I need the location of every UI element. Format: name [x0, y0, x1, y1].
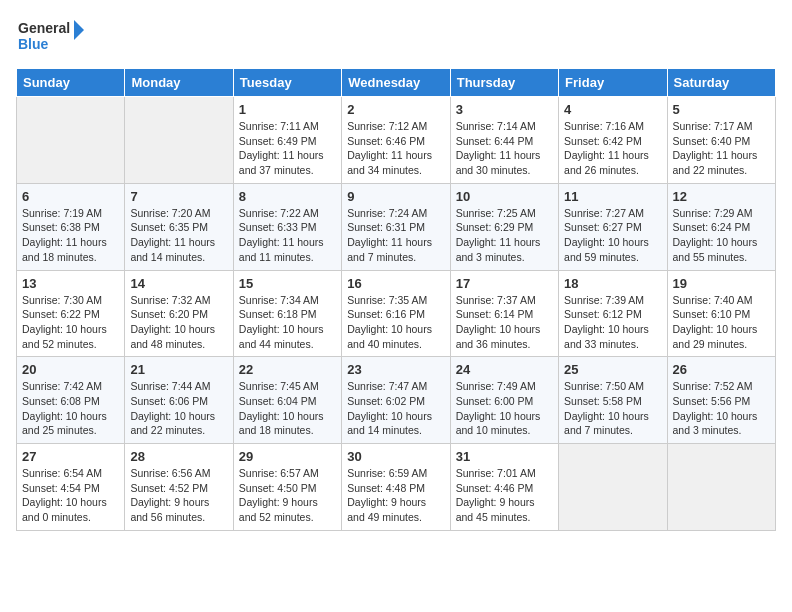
day-number: 5 — [673, 102, 770, 117]
day-number: 22 — [239, 362, 336, 377]
day-info: Sunrise: 7:30 AMSunset: 6:22 PMDaylight:… — [22, 293, 119, 352]
day-info: Sunrise: 7:20 AMSunset: 6:35 PMDaylight:… — [130, 206, 227, 265]
calendar-cell: 9Sunrise: 7:24 AMSunset: 6:31 PMDaylight… — [342, 183, 450, 270]
calendar-cell: 20Sunrise: 7:42 AMSunset: 6:08 PMDayligh… — [17, 357, 125, 444]
calendar-cell: 5Sunrise: 7:17 AMSunset: 6:40 PMDaylight… — [667, 97, 775, 184]
day-info: Sunrise: 7:45 AMSunset: 6:04 PMDaylight:… — [239, 379, 336, 438]
calendar-cell — [17, 97, 125, 184]
day-number: 16 — [347, 276, 444, 291]
day-info: Sunrise: 7:24 AMSunset: 6:31 PMDaylight:… — [347, 206, 444, 265]
day-info: Sunrise: 7:52 AMSunset: 5:56 PMDaylight:… — [673, 379, 770, 438]
day-number: 20 — [22, 362, 119, 377]
day-info: Sunrise: 7:44 AMSunset: 6:06 PMDaylight:… — [130, 379, 227, 438]
calendar-cell: 8Sunrise: 7:22 AMSunset: 6:33 PMDaylight… — [233, 183, 341, 270]
weekday-header-row: SundayMondayTuesdayWednesdayThursdayFrid… — [17, 69, 776, 97]
day-number: 9 — [347, 189, 444, 204]
calendar-week-4: 20Sunrise: 7:42 AMSunset: 6:08 PMDayligh… — [17, 357, 776, 444]
day-info: Sunrise: 7:11 AMSunset: 6:49 PMDaylight:… — [239, 119, 336, 178]
calendar-cell: 31Sunrise: 7:01 AMSunset: 4:46 PMDayligh… — [450, 444, 558, 531]
calendar-cell: 4Sunrise: 7:16 AMSunset: 6:42 PMDaylight… — [559, 97, 667, 184]
weekday-header-wednesday: Wednesday — [342, 69, 450, 97]
day-number: 4 — [564, 102, 661, 117]
day-number: 15 — [239, 276, 336, 291]
day-info: Sunrise: 6:59 AMSunset: 4:48 PMDaylight:… — [347, 466, 444, 525]
day-info: Sunrise: 7:17 AMSunset: 6:40 PMDaylight:… — [673, 119, 770, 178]
day-info: Sunrise: 7:25 AMSunset: 6:29 PMDaylight:… — [456, 206, 553, 265]
calendar-cell — [125, 97, 233, 184]
svg-text:Blue: Blue — [18, 36, 49, 52]
svg-marker-2 — [74, 20, 84, 40]
day-number: 18 — [564, 276, 661, 291]
day-number: 2 — [347, 102, 444, 117]
day-info: Sunrise: 7:37 AMSunset: 6:14 PMDaylight:… — [456, 293, 553, 352]
calendar-cell: 29Sunrise: 6:57 AMSunset: 4:50 PMDayligh… — [233, 444, 341, 531]
day-number: 27 — [22, 449, 119, 464]
day-info: Sunrise: 7:50 AMSunset: 5:58 PMDaylight:… — [564, 379, 661, 438]
day-info: Sunrise: 7:40 AMSunset: 6:10 PMDaylight:… — [673, 293, 770, 352]
day-info: Sunrise: 7:35 AMSunset: 6:16 PMDaylight:… — [347, 293, 444, 352]
day-number: 7 — [130, 189, 227, 204]
day-info: Sunrise: 7:39 AMSunset: 6:12 PMDaylight:… — [564, 293, 661, 352]
day-number: 8 — [239, 189, 336, 204]
calendar-cell: 12Sunrise: 7:29 AMSunset: 6:24 PMDayligh… — [667, 183, 775, 270]
calendar-cell: 15Sunrise: 7:34 AMSunset: 6:18 PMDayligh… — [233, 270, 341, 357]
day-info: Sunrise: 7:14 AMSunset: 6:44 PMDaylight:… — [456, 119, 553, 178]
calendar-cell: 30Sunrise: 6:59 AMSunset: 4:48 PMDayligh… — [342, 444, 450, 531]
calendar-cell: 25Sunrise: 7:50 AMSunset: 5:58 PMDayligh… — [559, 357, 667, 444]
calendar-cell: 27Sunrise: 6:54 AMSunset: 4:54 PMDayligh… — [17, 444, 125, 531]
day-info: Sunrise: 7:01 AMSunset: 4:46 PMDaylight:… — [456, 466, 553, 525]
day-number: 29 — [239, 449, 336, 464]
calendar-cell: 11Sunrise: 7:27 AMSunset: 6:27 PMDayligh… — [559, 183, 667, 270]
day-info: Sunrise: 7:16 AMSunset: 6:42 PMDaylight:… — [564, 119, 661, 178]
calendar-week-5: 27Sunrise: 6:54 AMSunset: 4:54 PMDayligh… — [17, 444, 776, 531]
calendar-cell: 7Sunrise: 7:20 AMSunset: 6:35 PMDaylight… — [125, 183, 233, 270]
calendar-table: SundayMondayTuesdayWednesdayThursdayFrid… — [16, 68, 776, 531]
calendar-cell: 23Sunrise: 7:47 AMSunset: 6:02 PMDayligh… — [342, 357, 450, 444]
day-number: 17 — [456, 276, 553, 291]
day-info: Sunrise: 7:19 AMSunset: 6:38 PMDaylight:… — [22, 206, 119, 265]
calendar-cell: 22Sunrise: 7:45 AMSunset: 6:04 PMDayligh… — [233, 357, 341, 444]
calendar-cell: 26Sunrise: 7:52 AMSunset: 5:56 PMDayligh… — [667, 357, 775, 444]
day-info: Sunrise: 7:12 AMSunset: 6:46 PMDaylight:… — [347, 119, 444, 178]
calendar-cell: 6Sunrise: 7:19 AMSunset: 6:38 PMDaylight… — [17, 183, 125, 270]
calendar-cell: 10Sunrise: 7:25 AMSunset: 6:29 PMDayligh… — [450, 183, 558, 270]
day-info: Sunrise: 7:49 AMSunset: 6:00 PMDaylight:… — [456, 379, 553, 438]
day-number: 6 — [22, 189, 119, 204]
day-number: 24 — [456, 362, 553, 377]
logo-svg: GeneralBlue — [16, 16, 86, 56]
day-info: Sunrise: 6:57 AMSunset: 4:50 PMDaylight:… — [239, 466, 336, 525]
day-number: 23 — [347, 362, 444, 377]
page-header: GeneralBlue — [16, 16, 776, 56]
day-number: 1 — [239, 102, 336, 117]
calendar-cell: 18Sunrise: 7:39 AMSunset: 6:12 PMDayligh… — [559, 270, 667, 357]
day-info: Sunrise: 7:34 AMSunset: 6:18 PMDaylight:… — [239, 293, 336, 352]
calendar-cell: 19Sunrise: 7:40 AMSunset: 6:10 PMDayligh… — [667, 270, 775, 357]
day-info: Sunrise: 7:27 AMSunset: 6:27 PMDaylight:… — [564, 206, 661, 265]
day-number: 30 — [347, 449, 444, 464]
logo: GeneralBlue — [16, 16, 86, 56]
calendar-week-1: 1Sunrise: 7:11 AMSunset: 6:49 PMDaylight… — [17, 97, 776, 184]
calendar-cell — [559, 444, 667, 531]
calendar-cell: 28Sunrise: 6:56 AMSunset: 4:52 PMDayligh… — [125, 444, 233, 531]
day-info: Sunrise: 7:32 AMSunset: 6:20 PMDaylight:… — [130, 293, 227, 352]
day-number: 26 — [673, 362, 770, 377]
day-info: Sunrise: 7:29 AMSunset: 6:24 PMDaylight:… — [673, 206, 770, 265]
day-number: 25 — [564, 362, 661, 377]
day-number: 14 — [130, 276, 227, 291]
calendar-cell: 17Sunrise: 7:37 AMSunset: 6:14 PMDayligh… — [450, 270, 558, 357]
weekday-header-friday: Friday — [559, 69, 667, 97]
calendar-week-2: 6Sunrise: 7:19 AMSunset: 6:38 PMDaylight… — [17, 183, 776, 270]
calendar-cell: 14Sunrise: 7:32 AMSunset: 6:20 PMDayligh… — [125, 270, 233, 357]
calendar-cell: 21Sunrise: 7:44 AMSunset: 6:06 PMDayligh… — [125, 357, 233, 444]
day-info: Sunrise: 7:42 AMSunset: 6:08 PMDaylight:… — [22, 379, 119, 438]
weekday-header-saturday: Saturday — [667, 69, 775, 97]
calendar-cell: 1Sunrise: 7:11 AMSunset: 6:49 PMDaylight… — [233, 97, 341, 184]
weekday-header-sunday: Sunday — [17, 69, 125, 97]
calendar-cell: 13Sunrise: 7:30 AMSunset: 6:22 PMDayligh… — [17, 270, 125, 357]
weekday-header-monday: Monday — [125, 69, 233, 97]
day-number: 31 — [456, 449, 553, 464]
weekday-header-tuesday: Tuesday — [233, 69, 341, 97]
day-info: Sunrise: 7:22 AMSunset: 6:33 PMDaylight:… — [239, 206, 336, 265]
day-number: 19 — [673, 276, 770, 291]
day-number: 11 — [564, 189, 661, 204]
